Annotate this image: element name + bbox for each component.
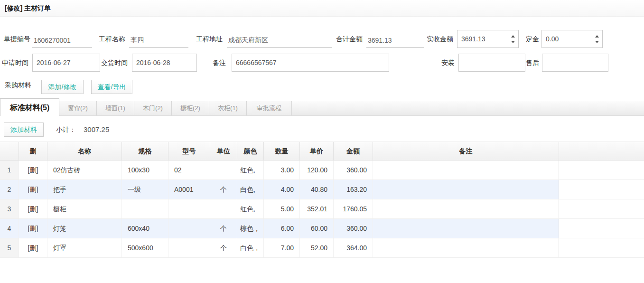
apply-date-label: 申请时间: [2, 54, 28, 72]
cell-qty: 6.00: [264, 219, 300, 238]
delivery-date-input[interactable]: [132, 54, 197, 72]
spinner-up-icon[interactable]: [595, 35, 599, 38]
tab-cabinets[interactable]: 橱柜(2): [172, 101, 209, 115]
install-input[interactable]: [458, 54, 525, 72]
tab-standard-materials[interactable]: 标准材料(5): [0, 98, 59, 116]
header-cell-spec: 规格: [122, 142, 168, 160]
view-export-button[interactable]: 查看/导出: [91, 80, 132, 94]
cell-remark: [373, 160, 559, 179]
project-address-label: 工程地址: [196, 30, 223, 48]
header-cell-index: [0, 142, 19, 160]
deposit-spinner: [592, 30, 602, 47]
cell-spec: 600x40: [122, 219, 168, 238]
tab-doors[interactable]: 木门(2): [134, 101, 172, 115]
cell-spec: 一级: [122, 180, 168, 199]
order-no-input[interactable]: [32, 33, 92, 48]
cell-unit: 个: [210, 219, 237, 238]
project-address-input[interactable]: [227, 33, 332, 48]
cell-name: 02仿古砖: [47, 160, 122, 179]
tab-approval-flow[interactable]: 审批流程: [247, 101, 292, 115]
materials-table: 删 名称 规格 型号 单位 颜色 数量 单价 金额 备注 1 [删] 02仿古砖…: [0, 142, 644, 258]
cell-filler: [559, 180, 644, 199]
cell-name: 把手: [47, 180, 122, 199]
add-material-button[interactable]: 添加材料: [4, 123, 44, 137]
tab-strip: 标准材料(5) 窗帘(2) 墙面(1) 木门(2) 橱柜(2) 衣柜(1) 审批…: [0, 98, 292, 116]
cell-name: 灯罩: [47, 238, 122, 257]
subtotal-value: 3007.25: [80, 123, 123, 137]
cell-amount: 360.00: [334, 219, 373, 238]
cell-unit: [210, 160, 237, 179]
cell-price: 352.01: [300, 199, 334, 218]
cell-model: A0001: [168, 180, 210, 199]
spinner-down-icon[interactable]: [595, 41, 599, 43]
subtotal-label: 小计：: [56, 123, 76, 137]
cell-amount: 1760.05: [334, 199, 373, 218]
cell-amount: 364.00: [334, 238, 373, 257]
cell-remark: [373, 238, 559, 257]
delete-link[interactable]: [删]: [19, 160, 47, 179]
cell-qty: 7.00: [264, 238, 300, 257]
delete-link[interactable]: [删]: [19, 180, 47, 199]
deposit-field: [541, 30, 603, 48]
cell-price: 120.00: [300, 160, 334, 179]
delivery-date-label: 交货时间: [101, 54, 128, 72]
cell-filler: [559, 219, 644, 238]
cell-remark: [373, 180, 559, 199]
spinner-down-icon[interactable]: [511, 41, 515, 43]
cell-spec: 100x30: [122, 160, 168, 179]
cell-unit: [210, 199, 237, 218]
row-index: 2: [0, 180, 19, 199]
spinner-up-icon[interactable]: [511, 35, 515, 38]
header-cell-remark: 备注: [373, 142, 559, 160]
project-name-label: 工程名称: [99, 30, 125, 48]
cell-filler: [559, 160, 644, 179]
cell-amount: 360.00: [334, 160, 373, 179]
cell-amount: 163.20: [334, 180, 373, 199]
header-cell-filler: [559, 142, 644, 160]
total-amount-input[interactable]: [366, 33, 424, 48]
cell-qty: 4.00: [264, 180, 300, 199]
add-modify-button[interactable]: 添加/修改: [41, 80, 84, 94]
tab-curtains[interactable]: 窗帘(2): [59, 101, 97, 115]
deposit-input[interactable]: [542, 30, 592, 47]
tab-walls[interactable]: 墙面(1): [97, 101, 134, 115]
remark-label: 备注: [213, 54, 226, 72]
apply-date-input[interactable]: [32, 54, 100, 72]
header-cell-color: 颜色: [237, 142, 264, 160]
table-row: 4 [删] 灯笼 600x40 个 棕色， 6.00 60.00 360.00: [0, 219, 644, 238]
cell-price: 52.00: [300, 238, 334, 257]
cell-color: 棕色，: [237, 219, 264, 238]
delete-link[interactable]: [删]: [19, 219, 47, 238]
delete-link[interactable]: [删]: [19, 199, 47, 218]
install-label: 安装: [441, 54, 455, 72]
order-no-label: 单据编号: [4, 30, 30, 48]
page-title: [修改] 主材订单: [5, 4, 51, 13]
cell-color: 红色,: [237, 160, 264, 179]
cell-remark: [373, 199, 559, 218]
cell-price: 40.80: [300, 180, 334, 199]
cell-color: 红色,: [237, 199, 264, 218]
remark-input[interactable]: [232, 54, 389, 72]
after-sale-input[interactable]: [542, 54, 608, 72]
row-index: 4: [0, 219, 19, 238]
tab-wardrobes[interactable]: 衣柜(1): [209, 101, 247, 115]
delete-link[interactable]: [删]: [19, 238, 47, 257]
header-cell-unit: 单位: [210, 142, 237, 160]
cell-filler: [559, 238, 644, 257]
order-edit-page: [修改] 主材订单 单据编号 工程名称 工程地址 合计金额 实收金额 定金 申请…: [0, 0, 644, 283]
after-sale-label: 售后: [526, 54, 539, 72]
header-cell-model: 型号: [168, 142, 210, 160]
purchase-materials-label: 采购材料: [5, 78, 31, 92]
table-row: 2 [删] 把手 一级 A0001 个 白色, 4.00 40.80 163.2…: [0, 180, 644, 199]
row-index: 5: [0, 238, 19, 257]
table-header-row: 删 名称 规格 型号 单位 颜色 数量 单价 金额 备注: [0, 142, 644, 160]
table-row: 5 [删] 灯罩 500x600 个 白色， 7.00 52.00 364.00: [0, 238, 644, 258]
received-amount-input[interactable]: [457, 30, 508, 47]
deposit-label: 定金: [526, 30, 539, 48]
cell-qty: 3.00: [264, 160, 300, 179]
project-name-input[interactable]: [129, 33, 188, 48]
cell-spec: [122, 199, 168, 218]
header-cell-name: 名称: [47, 142, 122, 160]
cell-model: [168, 238, 210, 257]
total-amount-label: 合计金额: [336, 30, 363, 48]
